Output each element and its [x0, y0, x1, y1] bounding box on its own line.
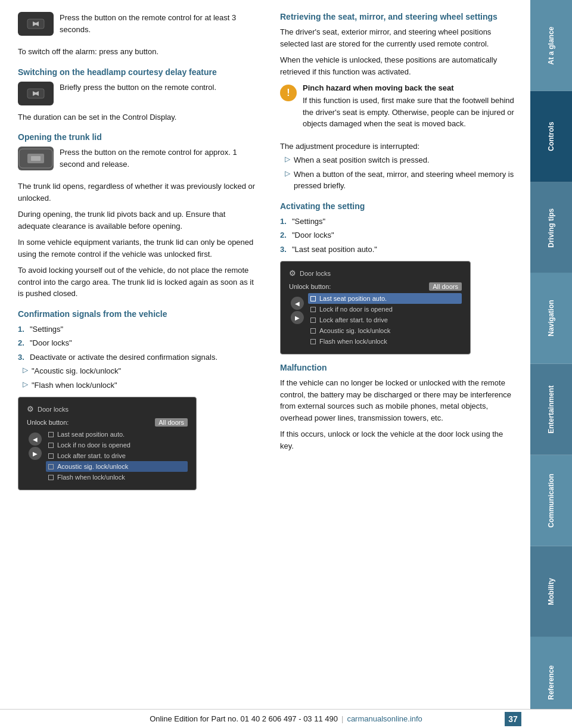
- confirmation-heading: Confirmation signals from the vehicle: [18, 309, 256, 319]
- checkbox-4: [48, 464, 54, 469]
- screen1-row5-text: Flash when lock/unlock: [57, 474, 125, 481]
- screen2-unlock-row: Unlock button: All doors: [289, 282, 462, 291]
- list-item: 3. Deactivate or activate the desired co…: [18, 351, 256, 363]
- headlamp-heading: Switching on the headlamp courtesy delay…: [18, 67, 256, 77]
- screen2-unlock-value: All doors: [429, 282, 462, 291]
- left-column: Press the button on the remote control f…: [18, 12, 262, 496]
- warning-content: Pinch hazard when moving back the seat I…: [303, 83, 518, 135]
- arrow-icon-2: ▷: [23, 380, 28, 388]
- headlamp-text: Briefly press the button on the remote c…: [60, 82, 216, 94]
- adjustment-bullet1-text: When a seat position switch is pressed.: [294, 154, 430, 166]
- checkbox2-4: [310, 328, 316, 334]
- act-list-num-1: 1.: [280, 216, 288, 228]
- screen-1: ⚙ Door locks Unlock button: All doors ◀ …: [18, 397, 197, 490]
- screen2-row1-text: Last seat position auto.: [319, 295, 387, 302]
- sidebar-item-navigation[interactable]: Navigation: [530, 273, 572, 364]
- list-text-3: Deactivate or activate the desired confi…: [30, 351, 217, 363]
- press-button-text: Press the button on the remote control f…: [60, 12, 256, 35]
- sidebar-item-communication[interactable]: Communication: [530, 455, 572, 546]
- screen1-row-3: Lock after start. to drive: [46, 450, 188, 461]
- sidebar-item-driving-tips[interactable]: Driving tips: [530, 182, 572, 273]
- trunk-para4: To avoid locking yourself out of the veh…: [18, 265, 256, 300]
- trunk-section: Press the button on the remote control f…: [18, 147, 256, 175]
- screen1-unlock-label: Unlock button:: [27, 419, 69, 426]
- list-text-1: "Settings": [30, 323, 63, 335]
- screen1-row-1: Last seat position auto.: [46, 429, 188, 440]
- warning-text: If this function is used, first make sur…: [303, 95, 518, 130]
- screen1-row2-text: Lock if no door is opened: [57, 441, 130, 449]
- act-list-num-3: 3.: [280, 244, 288, 256]
- press-button-section: Press the button on the remote control f…: [18, 12, 256, 40]
- sidebar-item-entertainment[interactable]: Entertainment: [530, 364, 572, 455]
- trunk-para1: The trunk lid opens, regardless of wheth…: [18, 181, 256, 204]
- activating-list: 1. "Settings" 2. "Door locks" 3. "Last s…: [280, 216, 518, 256]
- screen1-title: Door locks: [38, 406, 69, 413]
- retrieving-heading: Retrieving the seat, mirror, and steerin…: [280, 12, 518, 21]
- list-num-2: 2.: [18, 337, 26, 349]
- remote-control-icon: [18, 12, 54, 36]
- screen1-row-4: Acoustic sig. lock/unlock: [46, 461, 188, 472]
- screen2-unlock-label: Unlock button:: [289, 283, 331, 290]
- adjustment-bullet-2: ▷ When a button of the seat, mirror, and…: [280, 169, 518, 192]
- checkbox2-2: [310, 307, 316, 312]
- adjustment-heading: The adjustment procedure is interrupted:: [280, 141, 518, 153]
- page-number-box: 37: [505, 712, 521, 726]
- screen1-row4-text: Acoustic sig. lock/unlock: [57, 463, 128, 470]
- activating-heading: Activating the setting: [280, 201, 518, 211]
- sidebar-item-controls[interactable]: Controls: [530, 91, 572, 182]
- remote-trunk-icon: [18, 147, 54, 170]
- right-column: Retrieving the seat, mirror, and steerin…: [280, 12, 518, 496]
- sidebar-label-navigation: Navigation: [547, 300, 555, 337]
- nav2-left-btn[interactable]: ◀: [291, 297, 304, 310]
- retrieving-para1: The driver's seat, exterior mirror, and …: [280, 26, 518, 49]
- headlamp-note: The duration can be set in the Control D…: [18, 111, 256, 123]
- nav-left-btn[interactable]: ◀: [29, 433, 42, 446]
- sidebar-item-mobility[interactable]: Mobility: [530, 546, 572, 637]
- screen2-title: Door locks: [300, 270, 331, 277]
- checkbox-3: [48, 453, 54, 459]
- act-list-num-2: 2.: [280, 229, 288, 241]
- screen2-row3-text: Lock after start. to drive: [319, 316, 388, 323]
- screen-2: ⚙ Door locks Unlock button: All doors ◀ …: [280, 261, 471, 354]
- checkbox-1: [48, 432, 54, 437]
- checkbox2-5: [310, 339, 316, 344]
- trunk-para3: In some vehicle equipment variants, the …: [18, 237, 256, 260]
- malfunction-para1: If the vehicle can no longer be locked o…: [280, 377, 518, 424]
- list-num-1: 1.: [18, 323, 26, 335]
- sidebar-label-driving-tips: Driving tips: [547, 208, 555, 247]
- bullet-acoustic-text: "Acoustic sig. lock/unlock": [32, 365, 121, 377]
- main-content: Press the button on the remote control f…: [0, 0, 530, 728]
- act-list-text-2: "Door locks": [292, 229, 334, 241]
- sidebar-label-reference: Reference: [547, 665, 555, 700]
- act-list-text-1: "Settings": [292, 216, 325, 228]
- list-item: 2. "Door locks": [280, 229, 518, 241]
- malfunction-heading: Malfunction: [280, 363, 518, 372]
- trunk-para2: During opening, the trunk lid pivots bac…: [18, 209, 256, 232]
- screen2-row4-text: Acoustic sig. lock/unlock: [319, 327, 390, 334]
- nav-right-btn[interactable]: ▶: [29, 447, 42, 460]
- list-item: 1. "Settings": [18, 323, 256, 335]
- confirmation-list: 1. "Settings" 2. "Door locks" 3. Deactiv…: [18, 323, 256, 363]
- bullet-flash-text: "Flash when lock/unlock": [32, 379, 117, 391]
- screen2-row-2: Lock if no door is opened: [308, 304, 462, 315]
- retrieving-para2: When the vehicle is unlocked, these posi…: [280, 54, 518, 77]
- warning-title: Pinch hazard when moving back the seat: [303, 83, 518, 92]
- headlamp-section: Briefly press the button on the remote c…: [18, 82, 256, 105]
- screen1-icon: ⚙: [27, 405, 34, 413]
- trunk-heading: Opening the trunk lid: [18, 132, 256, 142]
- page-number: 37: [508, 714, 518, 724]
- arrow-icon-4: ▷: [285, 169, 290, 178]
- sidebar-item-at-a-glance[interactable]: At a glance: [530, 0, 572, 91]
- checkbox2-1: [310, 296, 316, 301]
- sidebar-label-controls: Controls: [547, 122, 555, 151]
- screen1-row-2: Lock if no door is opened: [46, 440, 188, 450]
- sidebar-label-mobility: Mobility: [547, 578, 555, 605]
- screen2-row-1: Last seat position auto.: [308, 293, 462, 304]
- arrow-icon-1: ▷: [23, 366, 28, 374]
- sidebar-label-communication: Communication: [547, 474, 555, 528]
- nav2-right-btn[interactable]: ▶: [291, 311, 304, 324]
- svg-rect-8: [31, 156, 41, 161]
- list-item: 2. "Door locks": [18, 337, 256, 349]
- list-item: 1. "Settings": [280, 216, 518, 228]
- screen1-header: ⚙ Door locks: [27, 405, 188, 413]
